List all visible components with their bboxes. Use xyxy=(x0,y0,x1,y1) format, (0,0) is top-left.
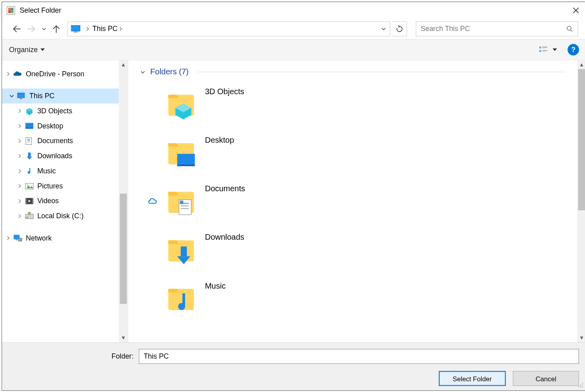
3d-folder-icon xyxy=(166,88,199,121)
svg-point-60 xyxy=(582,383,583,384)
documents-folder-icon xyxy=(166,185,199,218)
svg-rect-51 xyxy=(177,154,195,166)
tree-item-downloads[interactable]: Downloads xyxy=(2,149,119,164)
folder-item-desktop[interactable]: Desktop xyxy=(166,133,566,173)
svg-rect-57 xyxy=(180,201,183,204)
refresh-button[interactable] xyxy=(392,21,407,37)
disk-icon xyxy=(24,211,35,221)
select-folder-dialog: Select Folder This PC xyxy=(2,2,585,391)
tree-expand-icon[interactable] xyxy=(5,71,12,76)
recent-locations-button[interactable] xyxy=(40,22,48,35)
folder-content: Folders (7) 3D ObjectsDesktopDocumentsDo… xyxy=(128,60,577,342)
tree-item-music[interactable]: Music xyxy=(2,163,119,179)
dialog-footer: Folder: Select Folder Cancel xyxy=(2,342,585,390)
tree-item-onedrive-person[interactable]: OneDrive - Person xyxy=(2,66,119,82)
tree-item-label: OneDrive - Person xyxy=(26,70,84,78)
cancel-button[interactable]: Cancel xyxy=(513,371,579,386)
group-header-label: Folders (7) xyxy=(150,67,189,76)
folder-item-downloads[interactable]: Downloads xyxy=(166,230,566,270)
tree-item-network[interactable]: Network xyxy=(2,231,119,246)
tree-item-label: Network xyxy=(26,234,52,242)
folder-item-music[interactable]: Music xyxy=(166,279,566,318)
resize-grip-icon[interactable] xyxy=(578,382,583,388)
svg-rect-22 xyxy=(17,93,25,98)
documents-icon xyxy=(24,136,35,146)
svg-rect-29 xyxy=(26,138,31,145)
breadcrumb-separator-icon[interactable] xyxy=(85,26,92,31)
back-button[interactable] xyxy=(10,22,23,35)
svg-point-12 xyxy=(567,26,571,30)
group-header-folders[interactable]: Folders (7) xyxy=(139,67,566,76)
up-button[interactable] xyxy=(50,22,63,35)
search-icon xyxy=(566,25,573,33)
tree-expand-icon[interactable] xyxy=(16,153,23,159)
tree-item-this-pc[interactable]: This PC xyxy=(2,89,119,104)
view-options-button[interactable] xyxy=(539,46,557,54)
content-scrollbar[interactable]: ▲ ▼ xyxy=(577,60,585,342)
breadcrumb-item[interactable]: This PC xyxy=(91,25,118,33)
tree-item-local-disk-c[interactable]: Local Disk (C:) xyxy=(2,209,119,224)
address-history-button[interactable] xyxy=(378,22,390,36)
tree-item-documents[interactable]: Documents xyxy=(2,134,119,149)
tree-item-label: Downloads xyxy=(37,152,72,160)
address-bar[interactable]: This PC xyxy=(67,21,390,37)
search-input[interactable] xyxy=(421,25,566,33)
forward-button[interactable] xyxy=(25,22,38,35)
tree-item-label: Documents xyxy=(37,137,73,145)
tree-item-label: Pictures xyxy=(37,182,63,190)
tree-item-videos[interactable]: Videos xyxy=(2,194,119,209)
tree-expand-icon[interactable] xyxy=(8,93,15,99)
svg-rect-43 xyxy=(26,217,28,218)
tree-item-label: 3D Objects xyxy=(37,107,72,115)
folder-label: Downloads xyxy=(205,233,244,242)
svg-rect-1 xyxy=(8,8,11,11)
tree-expand-icon[interactable] xyxy=(16,169,23,174)
svg-point-37 xyxy=(27,184,28,186)
folder-item-documents[interactable]: Documents xyxy=(166,182,566,221)
view-icon xyxy=(539,46,548,54)
organize-label: Organize xyxy=(9,46,38,54)
select-folder-button[interactable]: Select Folder xyxy=(439,371,506,386)
svg-rect-28 xyxy=(25,128,33,128)
folder-item-3d-objects[interactable]: 3D Objects xyxy=(166,85,566,124)
tree-scrollbar-thumb[interactable] xyxy=(120,194,127,304)
navigation-tree: OneDrive - PersonThis PC3D ObjectsDeskto… xyxy=(2,60,119,342)
folder-field-label: Folder: xyxy=(9,352,134,360)
tree-expand-icon[interactable] xyxy=(5,235,12,241)
tree-expand-icon[interactable] xyxy=(16,213,23,219)
svg-point-61 xyxy=(580,384,581,385)
videos-icon xyxy=(24,196,35,206)
svg-rect-23 xyxy=(20,98,23,99)
svg-rect-2 xyxy=(11,8,14,11)
downloads-folder-icon xyxy=(166,234,199,266)
tree-item-label: This PC xyxy=(29,92,54,100)
svg-marker-21 xyxy=(552,49,557,51)
chevron-down-icon xyxy=(139,69,146,75)
breadcrumb-separator-icon[interactable] xyxy=(118,26,125,31)
folder-name-input[interactable] xyxy=(139,349,579,364)
tree-item-pictures[interactable]: Pictures xyxy=(2,179,119,194)
app-icon xyxy=(6,6,15,15)
svg-marker-14 xyxy=(41,49,45,51)
folder-label: 3D Objects xyxy=(205,87,244,96)
downloads-icon xyxy=(24,151,35,161)
search-box[interactable] xyxy=(416,21,578,37)
organize-button[interactable]: Organize xyxy=(9,46,45,54)
tree-item-3d-objects[interactable]: 3D Objects xyxy=(2,103,119,118)
tree-expand-icon[interactable] xyxy=(16,123,23,128)
svg-rect-39 xyxy=(25,198,27,204)
folder-label: Music xyxy=(205,281,226,291)
content-scrollbar-thumb[interactable] xyxy=(578,69,585,210)
tree-item-desktop[interactable]: Desktop xyxy=(2,118,119,134)
tree-scrollbar[interactable]: ▲ ▼ xyxy=(119,60,128,342)
tree-item-label: Music xyxy=(37,167,56,175)
tree-expand-icon[interactable] xyxy=(16,109,23,114)
tree-expand-icon[interactable] xyxy=(16,198,23,204)
chevron-down-icon xyxy=(552,47,557,52)
onedrive-icon xyxy=(13,69,23,79)
close-button[interactable] xyxy=(566,2,585,19)
help-button[interactable]: ? xyxy=(568,44,579,56)
tree-expand-icon[interactable] xyxy=(16,183,23,188)
pc-icon xyxy=(16,91,27,101)
tree-expand-icon[interactable] xyxy=(16,138,23,144)
